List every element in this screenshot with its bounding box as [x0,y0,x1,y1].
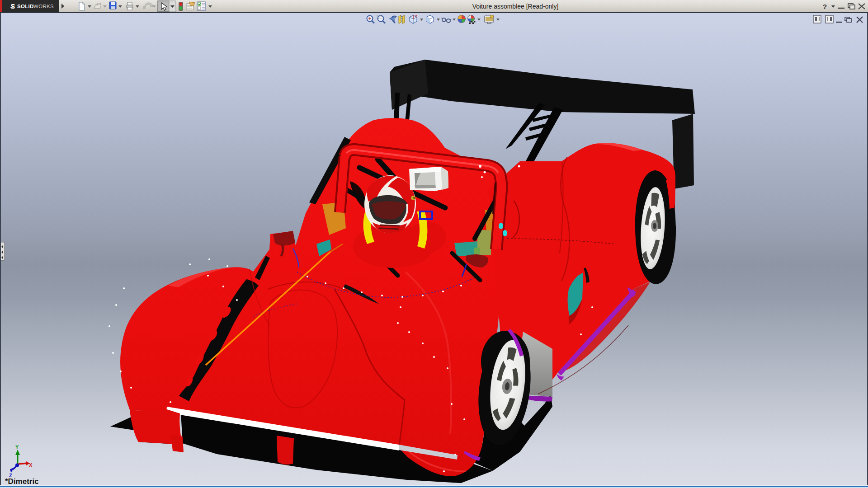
svg-text:S: S [10,2,15,10]
svg-text:*Dimetric: *Dimetric [5,477,39,486]
svg-text:WORKS: WORKS [33,4,54,9]
svg-text:?: ? [823,3,827,10]
svg-text:SOLID: SOLID [17,4,34,9]
svg-text:X: X [29,462,33,468]
svg-text:Voiture assomblee [Read-only]: Voiture assomblee [Read-only] [472,3,559,10]
svg-text:Y: Y [15,444,19,450]
